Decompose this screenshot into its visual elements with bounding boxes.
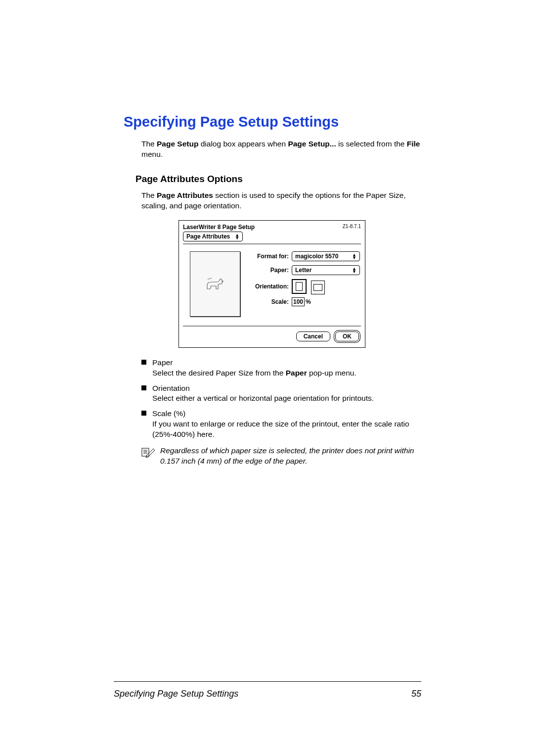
- para-bold: Page Attributes: [157, 191, 213, 199]
- paper-value: Letter: [295, 267, 312, 274]
- dialog-title: LaserWriter 8 Page Setup: [183, 224, 255, 231]
- format-for-select[interactable]: magicolor 5570 ▲▼: [292, 251, 360, 261]
- list-item: Scale (%) If you want to enlarge or redu…: [141, 409, 420, 440]
- orientation-portrait-button[interactable]: [292, 279, 307, 294]
- portrait-icon: [296, 282, 303, 291]
- chevron-updown-icon: ▲▼: [235, 234, 239, 239]
- bullet-icon: [141, 360, 146, 365]
- paper-select[interactable]: Letter ▲▼: [292, 265, 360, 275]
- dialog-version: Z1-8.7.1: [343, 224, 361, 231]
- bullet-icon: [141, 385, 146, 390]
- note: Regardless of which paper size is select…: [141, 446, 420, 467]
- bullet-body-post: pop-up menu.: [307, 369, 356, 377]
- bullet-head: Paper: [152, 358, 173, 367]
- bullet-body-bold: Paper: [286, 369, 307, 377]
- bullet-body: Select either a vertical or horizontal p…: [152, 394, 374, 402]
- bullet-head: Scale (%): [152, 409, 185, 418]
- footer-title: Specifying Page Setup Settings: [114, 689, 238, 699]
- intro-pre: The: [141, 140, 157, 148]
- bullet-body: If you want to enlarge or reduce the siz…: [152, 420, 409, 438]
- bullet-icon: [141, 411, 146, 416]
- page-title: Specifying Page Setup Settings: [124, 114, 420, 130]
- list-item: Orientation Select either a vertical or …: [141, 383, 420, 404]
- bullet-body-pre: Select the desired Paper Size from the: [152, 369, 286, 377]
- cancel-button[interactable]: Cancel: [296, 331, 330, 341]
- page-setup-dialog: LaserWriter 8 Page Setup Z1-8.7.1 Page A…: [178, 220, 365, 348]
- format-for-label: Format for:: [249, 253, 289, 260]
- list-item: Paper Select the desired Paper Size from…: [141, 358, 420, 378]
- intro-post-2: menu.: [141, 150, 163, 158]
- intro-bold-1: Page Setup: [157, 140, 198, 148]
- note-icon: [141, 447, 155, 467]
- footer-rule: [114, 681, 421, 682]
- page-preview: [190, 251, 240, 317]
- divider: [183, 326, 361, 327]
- page-footer: Specifying Page Setup Settings 55: [114, 689, 421, 699]
- intro-bold-2: Page Setup...: [288, 140, 336, 148]
- paper-label: Paper:: [249, 267, 289, 274]
- orientation-label: Orientation:: [249, 283, 289, 290]
- footer-page-number: 55: [411, 689, 421, 699]
- option-list: Paper Select the desired Paper Size from…: [141, 358, 420, 440]
- intro-bold-3: File: [407, 140, 420, 148]
- dog-icon: [205, 276, 225, 292]
- section-popup[interactable]: Page Attributes ▲▼: [183, 232, 243, 241]
- para-pre: The: [141, 191, 157, 199]
- chevron-updown-icon: ▲▼: [352, 267, 356, 273]
- bullet-head: Orientation: [152, 384, 190, 392]
- intro-text: The Page Setup dialog box appears when P…: [141, 139, 420, 160]
- section-heading: Page Attributes Options: [135, 174, 420, 185]
- intro-post-1: is selected from the: [336, 140, 407, 148]
- svg-rect-0: [142, 448, 149, 456]
- section-popup-label: Page Attributes: [186, 233, 230, 240]
- scale-input[interactable]: 100: [292, 297, 305, 306]
- orientation-landscape-button[interactable]: [311, 281, 325, 294]
- scale-label: Scale:: [249, 298, 289, 305]
- section-para: The Page Attributes section is used to s…: [141, 190, 420, 211]
- format-for-value: magicolor 5570: [295, 253, 338, 260]
- landscape-icon: [313, 284, 322, 291]
- ok-button[interactable]: OK: [335, 331, 359, 341]
- chevron-updown-icon: ▲▼: [352, 253, 356, 259]
- note-text: Regardless of which paper size is select…: [160, 446, 420, 467]
- percent-label: %: [306, 298, 311, 305]
- intro-mid: dialog box appears when: [198, 140, 288, 148]
